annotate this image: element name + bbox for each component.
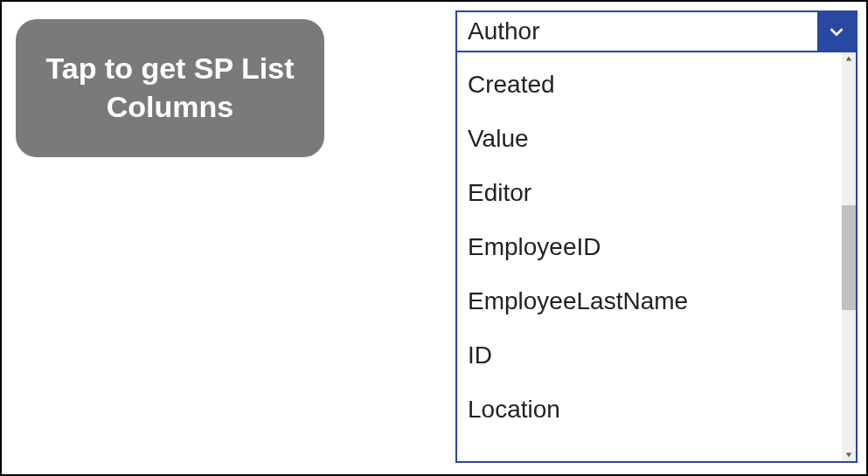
scrollbar-track[interactable]	[842, 52, 856, 461]
scrollbar-thumb[interactable]	[842, 205, 856, 310]
columns-dropdown: Author Created Value Editor EmployeeID E…	[455, 10, 858, 463]
button-label: Tap to get SP List Columns	[33, 50, 307, 126]
dropdown-selected[interactable]: Author	[455, 10, 858, 52]
svg-marker-0	[846, 57, 851, 61]
dropdown-list: Created Value Editor EmployeeID Employee…	[455, 52, 858, 463]
dropdown-option[interactable]: Created	[468, 58, 842, 112]
dropdown-option[interactable]: Value	[468, 112, 842, 166]
get-sp-list-columns-button[interactable]: Tap to get SP List Columns	[16, 19, 324, 157]
scroll-up-arrow-icon[interactable]	[842, 52, 856, 65]
dropdown-items-container: Created Value Editor EmployeeID Employee…	[457, 52, 842, 442]
svg-marker-1	[846, 453, 851, 458]
dropdown-selected-value: Author	[457, 12, 817, 51]
chevron-down-icon	[817, 12, 856, 51]
dropdown-option[interactable]: EmployeeLastName	[468, 274, 842, 328]
dropdown-option[interactable]: ID	[468, 328, 842, 383]
dropdown-option[interactable]: Location	[468, 383, 842, 437]
scroll-down-arrow-icon[interactable]	[842, 449, 856, 461]
dropdown-option[interactable]: Editor	[468, 166, 842, 220]
dropdown-option[interactable]: EmployeeID	[468, 220, 842, 274]
app-container: Tap to get SP List Columns Author Create…	[2, 2, 866, 474]
